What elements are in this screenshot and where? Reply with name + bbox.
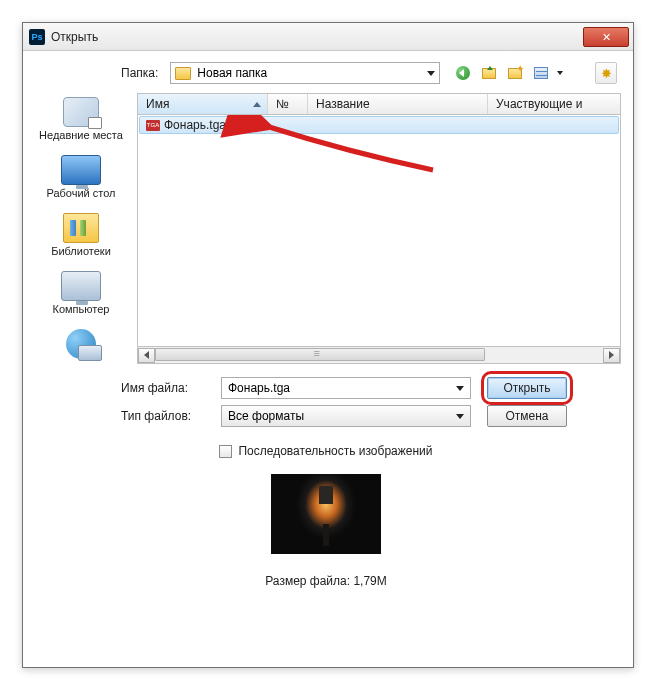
sidebar-item-recent[interactable]: Недавние места	[31, 97, 131, 141]
chevron-down-icon	[456, 414, 464, 419]
filename-value: Фонарь.tga	[228, 381, 290, 395]
file-area: Имя № Название Участвующие и TGA Фонарь.…	[137, 93, 621, 364]
cancel-button[interactable]: Отмена	[487, 405, 567, 427]
nav-up-button[interactable]	[478, 62, 500, 84]
scroll-left-button[interactable]	[138, 348, 155, 363]
folder-value: Новая папка	[197, 66, 267, 80]
column-header-title[interactable]: Название	[308, 94, 488, 114]
file-name: Фонарь.tga	[164, 118, 226, 132]
folder-dropdown[interactable]: Новая папка	[170, 62, 440, 84]
annotation-highlight: Открыть	[481, 371, 573, 405]
open-file-dialog: Ps Открыть ✕ Папка: Новая папка ✸	[22, 22, 634, 668]
favorite-button[interactable]: ✸	[595, 62, 617, 84]
desktop-icon	[61, 155, 101, 185]
sidebar-item-libraries[interactable]: Библиотеки	[31, 213, 131, 257]
chevron-down-icon	[427, 71, 435, 76]
chevron-down-icon	[456, 386, 464, 391]
sidebar-item-label: Библиотеки	[51, 245, 111, 257]
back-arrow-icon	[456, 66, 470, 80]
nav-back-button[interactable]	[452, 62, 474, 84]
sidebar-item-desktop[interactable]: Рабочий стол	[31, 155, 131, 199]
open-button[interactable]: Открыть	[487, 377, 567, 399]
sequence-label: Последовательность изображений	[238, 444, 432, 458]
app-icon: Ps	[29, 29, 45, 45]
file-row[interactable]: TGA Фонарь.tga	[139, 116, 619, 134]
file-type-icon: TGA	[146, 120, 160, 131]
folder-icon	[175, 67, 191, 80]
nav-view-button[interactable]	[530, 62, 552, 84]
preview-area	[31, 474, 621, 554]
filetype-label: Тип файлов:	[121, 409, 211, 423]
view-mode-icon	[534, 67, 548, 79]
network-icon	[66, 329, 96, 359]
filetype-dropdown[interactable]: Все форматы	[221, 405, 471, 427]
column-header-artists[interactable]: Участвующие и	[488, 94, 620, 114]
libraries-icon	[63, 213, 99, 243]
scroll-track[interactable]	[155, 348, 603, 363]
folder-up-icon	[482, 68, 496, 79]
horizontal-scrollbar[interactable]	[137, 347, 621, 364]
preview-thumbnail	[271, 474, 381, 554]
scroll-right-button[interactable]	[603, 348, 620, 363]
close-button[interactable]: ✕	[583, 27, 629, 47]
column-header-num[interactable]: №	[268, 94, 308, 114]
titlebar: Ps Открыть ✕	[23, 23, 633, 51]
sidebar-item-label: Недавние места	[39, 129, 123, 141]
sidebar-item-computer[interactable]: Компьютер	[31, 271, 131, 315]
scroll-thumb[interactable]	[155, 348, 485, 361]
new-folder-icon	[508, 68, 522, 79]
sidebar-item-network[interactable]	[31, 329, 131, 361]
filetype-value: Все форматы	[228, 409, 304, 423]
folder-label: Папка:	[121, 66, 158, 80]
places-sidebar: Недавние места Рабочий стол Библиотеки К…	[31, 93, 131, 364]
window-title: Открыть	[51, 30, 583, 44]
filesize-label: Размер файла: 1,79M	[31, 574, 621, 588]
filename-label: Имя файла:	[121, 381, 211, 395]
file-list[interactable]: TGA Фонарь.tga	[137, 115, 621, 347]
computer-icon	[61, 271, 101, 301]
recent-places-icon	[63, 97, 99, 127]
nav-new-folder-button[interactable]	[504, 62, 526, 84]
filename-input[interactable]: Фонарь.tga	[221, 377, 471, 399]
column-header-name[interactable]: Имя	[138, 94, 268, 114]
file-list-header: Имя № Название Участвующие и	[137, 93, 621, 115]
nav-view-dropdown[interactable]	[556, 62, 563, 84]
star-icon: ✸	[601, 67, 612, 80]
sequence-checkbox[interactable]	[219, 445, 232, 458]
